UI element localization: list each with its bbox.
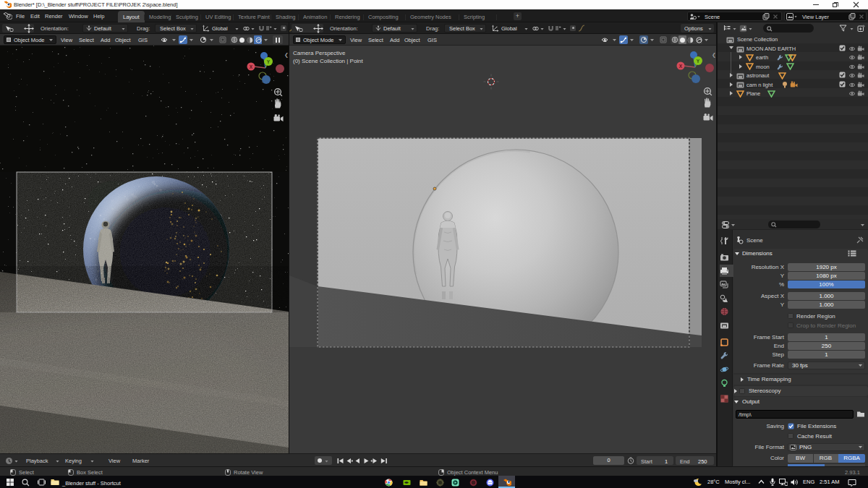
- svg-text:(0) Scene Collection | Point: (0) Scene Collection | Point: [293, 58, 364, 64]
- svg-text:X: X: [250, 64, 253, 69]
- svg-text:Y: Y: [267, 59, 271, 64]
- svg-text:Y: Y: [697, 59, 700, 64]
- svg-text:X: X: [679, 64, 683, 69]
- svg-text:Camera Perspective: Camera Perspective: [293, 50, 346, 56]
